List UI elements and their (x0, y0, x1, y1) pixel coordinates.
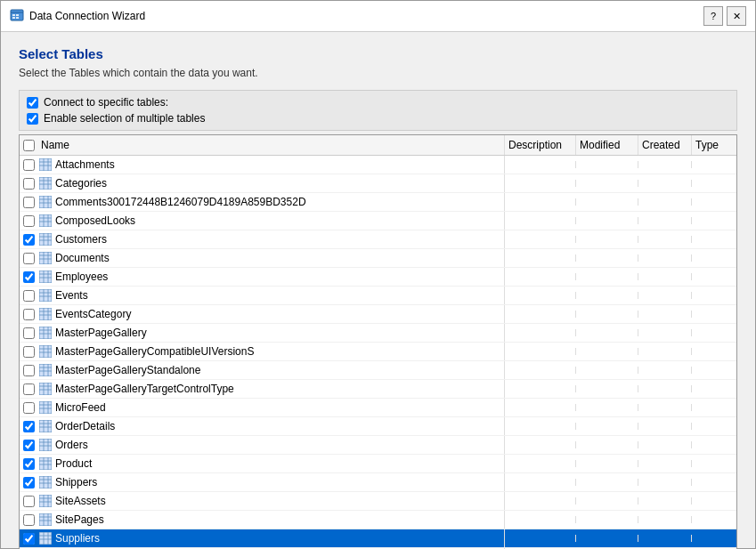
help-button[interactable]: ? (703, 6, 723, 26)
row-name-text: EventsCategory (55, 308, 131, 320)
table-row[interactable]: MicroFeed (20, 399, 736, 417)
table-row[interactable]: Customers (20, 230, 736, 249)
svg-rect-21 (39, 214, 52, 227)
row-created-cell (638, 254, 692, 262)
enable-multiple-checkbox[interactable] (27, 113, 38, 125)
table-row[interactable]: MasterPageGalleryTargetControlType (20, 380, 736, 399)
row-type-cell (692, 180, 736, 187)
row-modified-cell (576, 292, 638, 299)
row-checkbox[interactable] (23, 309, 35, 320)
row-desc-cell (505, 348, 576, 355)
table-row[interactable]: OrderDetails (20, 417, 736, 436)
row-checkbox[interactable] (23, 533, 35, 545)
table-row[interactable]: ComposedLooks (20, 212, 736, 230)
row-created-cell (638, 441, 692, 448)
table-row[interactable]: EventsCategory (20, 305, 736, 324)
table-icon (39, 233, 52, 246)
table-row[interactable]: Orders (20, 436, 736, 455)
row-checkbox[interactable] (23, 327, 35, 339)
table-icon (39, 439, 52, 451)
row-name-text: Events (55, 289, 88, 302)
row-created-cell (638, 236, 692, 243)
row-checkbox[interactable] (23, 383, 35, 395)
row-checkbox[interactable] (23, 402, 35, 414)
table-row[interactable]: Shippers (20, 473, 736, 492)
table-row[interactable]: Attachments (20, 156, 736, 174)
row-checkbox[interactable] (23, 514, 35, 526)
row-type-cell (692, 198, 736, 206)
row-type-cell (692, 441, 736, 448)
row-type-cell (692, 497, 736, 505)
row-type-cell (692, 254, 736, 262)
table-icon (39, 364, 52, 376)
row-checkbox-cell (20, 195, 37, 210)
row-name-cell: Shippers (37, 473, 505, 491)
header-checkbox-col (20, 136, 37, 155)
connect-specific-checkbox[interactable] (27, 97, 38, 109)
row-modified-cell (576, 329, 638, 336)
table-row[interactable]: SiteAssets (20, 492, 736, 511)
table-icon (39, 327, 52, 339)
row-checkbox[interactable] (23, 197, 35, 208)
svg-rect-96 (39, 495, 52, 507)
row-modified-cell (576, 273, 638, 280)
table-icon (39, 158, 52, 171)
svg-rect-41 (39, 289, 52, 302)
row-type-cell (692, 479, 736, 486)
table-row[interactable]: Documents (20, 249, 736, 268)
row-checkbox[interactable] (23, 346, 35, 358)
row-name-cell: Product (37, 455, 505, 472)
table-row[interactable]: Product (20, 455, 736, 473)
table-row[interactable]: Suppliers (20, 529, 736, 548)
title-bar-controls: ? ✕ (703, 6, 746, 26)
row-checkbox[interactable] (23, 496, 35, 507)
row-desc-cell (505, 292, 576, 299)
row-checkbox[interactable] (23, 253, 35, 264)
table-row[interactable]: Employees (20, 268, 736, 287)
table-row[interactable]: Comments300172448B1246079D4189A859BD352D (20, 193, 736, 212)
row-checkbox[interactable] (23, 159, 35, 171)
table-row[interactable]: MasterPageGalleryStandalone (20, 361, 736, 380)
row-checkbox-cell (20, 251, 37, 266)
table-row[interactable]: Events (20, 287, 736, 305)
row-desc-cell (505, 479, 576, 486)
row-type-cell (692, 460, 736, 467)
table-icon (39, 196, 52, 208)
row-checkbox[interactable] (23, 234, 35, 246)
row-checkbox[interactable] (23, 215, 35, 227)
table-icon (39, 252, 52, 264)
row-type-cell (692, 348, 736, 355)
row-type-cell (692, 367, 736, 374)
table-row[interactable]: Categories (20, 174, 736, 193)
row-created-cell (638, 404, 692, 411)
page-title: Select Tables (19, 46, 737, 61)
row-desc-cell (505, 236, 576, 243)
table-row[interactable]: SitePages (20, 511, 736, 529)
row-checkbox[interactable] (23, 178, 35, 190)
row-checkbox[interactable] (23, 458, 35, 470)
row-checkbox[interactable] (23, 365, 35, 376)
row-name-cell: SitePages (37, 511, 505, 529)
row-type-cell (692, 423, 736, 430)
row-checkbox[interactable] (23, 290, 35, 302)
row-modified-cell (576, 367, 638, 374)
svg-rect-51 (39, 327, 52, 339)
table-row[interactable]: MasterPageGalleryCompatibleUIVersionS (20, 343, 736, 361)
row-name-cell: Categories (37, 174, 505, 192)
row-checkbox[interactable] (23, 271, 35, 283)
header-description: Description (505, 135, 576, 155)
svg-rect-86 (39, 457, 52, 470)
row-name-text: ComposedLooks (55, 214, 135, 227)
row-checkbox[interactable] (23, 421, 35, 432)
row-checkbox-cell (20, 363, 37, 378)
svg-rect-6 (39, 158, 52, 171)
row-checkbox[interactable] (23, 440, 35, 451)
close-button[interactable]: ✕ (727, 6, 746, 26)
row-checkbox[interactable] (23, 477, 35, 488)
row-desc-cell (505, 180, 576, 187)
header-checkbox[interactable] (23, 140, 35, 151)
row-name-text: Shippers (55, 476, 97, 488)
row-type-cell (692, 516, 736, 523)
row-name-text: Product (55, 457, 92, 470)
table-row[interactable]: MasterPageGallery (20, 324, 736, 343)
